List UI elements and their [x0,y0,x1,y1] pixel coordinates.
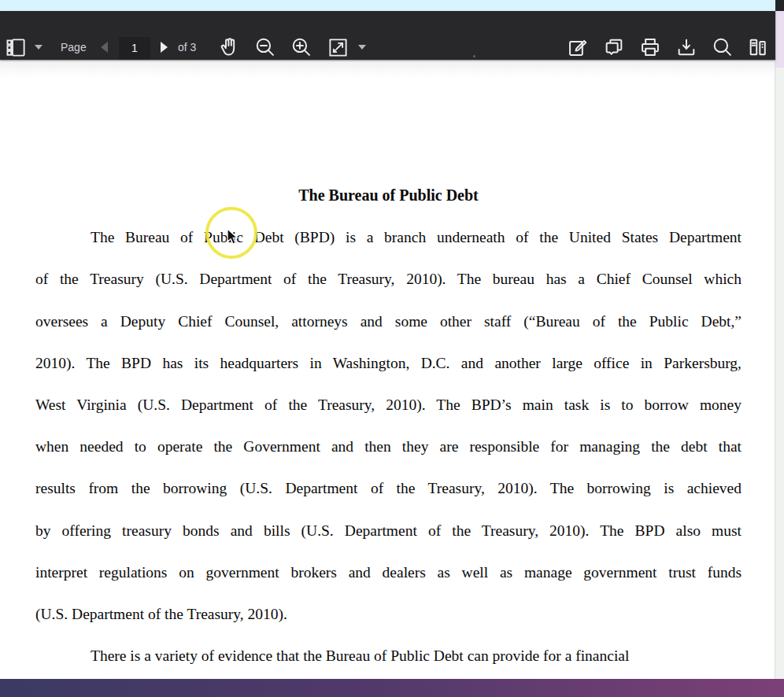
scrollbar-top-corner [775,0,784,11]
doc-line: by offering treasury bonds and bills (U.… [35,510,741,551]
zoom-out-icon [254,36,276,58]
doc-line: The Bureau of Public Debt (BPD) is a bra… [35,216,741,258]
library-icon [747,36,769,58]
comments-button[interactable] [602,35,626,59]
library-button[interactable] [746,35,770,59]
next-page-button[interactable] [157,35,170,59]
print-icon [639,36,661,58]
pdf-page: The Bureau of Public DebtThe Bureau of P… [0,60,775,679]
scrollbar-track[interactable] [775,11,784,679]
doc-line: West Virginia (U.S. Department of the Tr… [35,384,741,426]
fit-page-icon [327,37,349,58]
search-button[interactable] [711,35,734,59]
pdf-toolbar: Page of 3 [0,11,775,60]
fit-page-button[interactable] [326,35,349,59]
doc-line: There is a variety of evidence that the … [35,635,741,677]
bottom-theme-bar [0,679,784,697]
sidebar-toggle-button[interactable] [3,35,28,59]
print-button[interactable] [638,35,662,59]
doc-title: The Bureau of Public Debt [35,175,741,216]
doc-line: interpret regulations on government brok… [35,551,741,593]
doc-line: of the Treasury (U.S. Department of the … [35,258,741,300]
doc-lines: The Bureau of Public DebtThe Bureau of P… [35,175,741,677]
browser-top-strip [0,0,775,11]
doc-line: when needed to operate the Government an… [35,426,741,467]
zoom-out-button[interactable] [253,35,277,59]
hand-tool-icon [218,36,240,58]
page-count-label: of 3 [178,41,196,53]
comments-icon [603,36,625,58]
edit-button[interactable] [566,35,590,59]
scrollbar-thumb[interactable] [775,11,784,68]
zoom-in-button[interactable] [290,35,313,59]
sidebar-toggle-icon [6,37,27,58]
page-label: Page [61,41,87,53]
doc-line: (U.S. Department of the Treasury, 2010). [35,593,741,635]
doc-line: results from the borrowing (U.S. Departm… [35,467,741,509]
fit-dropdown-caret[interactable] [358,45,366,50]
page-top-shadow [0,60,775,77]
download-button[interactable] [675,35,698,59]
search-icon [712,36,734,58]
doc-line: 2010). The BPD has its headquarters in W… [35,342,741,384]
sidebar-dropdown-caret[interactable] [35,45,43,50]
previous-page-icon [101,42,108,53]
loading-dot [473,55,475,57]
edit-icon [567,36,589,58]
next-page-icon [161,42,168,53]
download-icon [675,36,697,58]
page-number-input[interactable] [119,37,150,59]
hand-tool-button[interactable] [217,35,241,59]
zoom-in-icon [290,36,312,58]
doc-line: oversees a Deputy Chief Counsel, attorne… [35,301,741,342]
previous-page-button[interactable] [98,35,110,59]
